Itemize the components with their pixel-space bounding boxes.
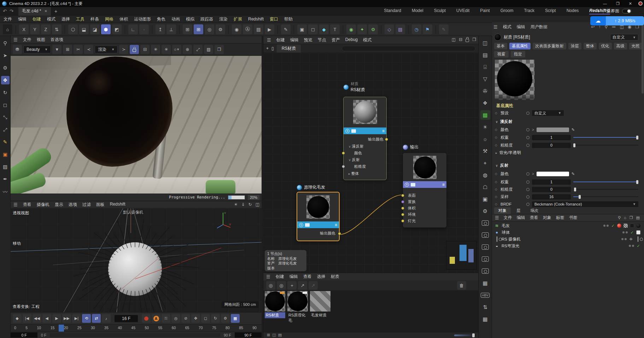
render-visibility-dot[interactable] — [607, 225, 609, 227]
ping-pong-icon[interactable]: ⇄ — [92, 314, 101, 323]
material-manager-menu-item[interactable]: 创建 — [276, 274, 284, 280]
tool-settings-icon[interactable]: ⚙ — [1, 64, 10, 72]
menu-icon[interactable]: ☰ — [267, 37, 271, 43]
ink-tool-icon[interactable]: ✒ — [1, 175, 10, 183]
rs-material-tag[interactable] — [636, 224, 640, 228]
flag-icon[interactable]: ⚑ — [423, 24, 432, 34]
film-icon[interactable]: ▦ — [480, 278, 490, 288]
node-editor-menu-item[interactable]: 预览 — [304, 37, 312, 43]
mograph-sphere-icon[interactable]: ◉ — [346, 24, 356, 34]
viewport-menu-item[interactable]: 过滤 — [82, 202, 91, 208]
rotate-tool-icon[interactable]: ↻ — [1, 88, 10, 97]
menu-item[interactable]: 渲染 — [219, 16, 228, 22]
axis-mode-icon[interactable]: ∟ — [128, 24, 138, 34]
next-frame-icon[interactable]: ▶▶ — [62, 314, 71, 323]
enabled-check-icon[interactable]: ✓ — [630, 230, 634, 235]
light-port[interactable] — [401, 219, 404, 223]
layout-tab[interactable]: Nodes — [567, 8, 579, 14]
object-manager-menu-item[interactable]: 对象 — [543, 215, 551, 221]
magnet-up-icon[interactable]: ↥ — [156, 24, 165, 34]
position-key-icon[interactable]: ✥ — [191, 314, 200, 323]
menu-item[interactable]: 模拟 — [186, 16, 194, 22]
go-start-icon[interactable]: |◀ — [23, 314, 31, 323]
samples-slider[interactable] — [573, 195, 638, 199]
menu-item[interactable]: 编辑 — [18, 16, 27, 22]
material-tag[interactable] — [617, 224, 621, 228]
maximize-button[interactable]: ❐ — [616, 1, 620, 6]
principled-hair-node[interactable]: S ≡ 输出颜色 — [297, 192, 340, 241]
axis-swap2-icon[interactable]: ⤢ — [1, 125, 10, 134]
popout-icon[interactable]: ❐ — [630, 215, 633, 220]
render-history-dropdown[interactable]: 渲染▼ — [95, 46, 118, 53]
output-node[interactable]: S ≡ 表面 置换 体积 环境 灯光 — [403, 153, 447, 228]
brdf-dropdown[interactable]: Beckmann (Cook-Torrance)▼ — [532, 201, 638, 207]
go-end-icon[interactable]: ▶| — [72, 314, 81, 323]
add-material-icon[interactable]: + — [287, 281, 297, 290]
pen-tool-icon[interactable]: ✎ — [1, 138, 10, 146]
split-horizontal-icon[interactable]: ◫ — [452, 37, 456, 42]
render-view-image[interactable] — [11, 56, 262, 194]
viewport-3d[interactable]: 透视视图 默认摄像机 移动 查看变换: 工程 网格间距 : 500 cm Y X — [11, 208, 262, 312]
range-end-field[interactable]: 90 F — [235, 332, 262, 338]
range-start-field[interactable]: 0 F — [11, 332, 37, 338]
diffuse-weight-slider[interactable] — [573, 135, 638, 140]
node-editor-menu-item[interactable]: 模式 — [363, 37, 371, 43]
light-icon[interactable]: ☀ — [234, 202, 238, 207]
autokey-icon[interactable]: A — [152, 314, 160, 323]
edit-pen-icon[interactable]: ✎ — [572, 172, 575, 176]
record-icon[interactable] — [142, 314, 151, 323]
viewport-menu-item[interactable]: 显示 — [55, 202, 63, 208]
snap-target-icon[interactable]: ◎ — [205, 24, 214, 34]
attribute-tab[interactable]: 基底属性 — [509, 43, 531, 49]
reflect-roughness-slider[interactable] — [573, 187, 638, 191]
layout-tab[interactable]: Script — [545, 8, 556, 14]
sort-arrows-icon[interactable]: ⇅ — [480, 302, 490, 312]
netdisk-speed-badge[interactable]: ☁ ↑ 2.9 MB/s — [590, 16, 644, 25]
object-manager-tab[interactable]: 场次 — [526, 207, 543, 214]
document-tab[interactable]: 毛发.c4d * ✕ — [18, 7, 51, 16]
object-manager-menu-item[interactable]: 标签 — [556, 215, 564, 221]
polygon-mode-icon[interactable]: ⬢ — [101, 24, 111, 34]
menu-item[interactable]: 选择 — [62, 16, 70, 22]
add-layout-button[interactable]: + — [597, 8, 600, 14]
prev-render-icon[interactable]: ≺ — [84, 45, 93, 54]
enabled-check-icon[interactable]: ✓ — [611, 224, 615, 228]
timeline-ruler[interactable]: 051015202530354045505560657075808590 — [11, 324, 262, 332]
shelf-icon[interactable]: ▤ — [480, 50, 490, 60]
diffuse-color-port[interactable] — [342, 152, 345, 155]
keyframe-icon[interactable]: ◆ — [13, 314, 22, 323]
object-row-camera[interactable]: RS 摄像机 ✛ — [494, 236, 640, 242]
viewport-menu-item[interactable]: 查看 — [23, 202, 31, 208]
attribute-tab[interactable]: 视窗 — [494, 51, 509, 58]
attribute-menu-item[interactable]: 模式 — [503, 24, 511, 30]
list-view-icon[interactable]: ◫ — [272, 333, 276, 337]
texture-mode-icon[interactable]: ▫ — [139, 24, 149, 34]
menu-item[interactable]: 帮助 — [284, 16, 293, 22]
node-menu-icon[interactable]: ≡ — [442, 182, 445, 187]
material-thumb-rs[interactable] — [265, 291, 285, 312]
scale-key-icon[interactable]: ◻ — [201, 314, 210, 323]
auto-hex-icon[interactable]: Ⓐ — [243, 24, 252, 34]
grid-icon[interactable]: ▤ — [636, 215, 640, 220]
close-button[interactable]: ✕ — [629, 1, 632, 6]
node-graph-tab[interactable]: RS材质 — [277, 45, 301, 53]
samples-field[interactable]: 16 — [532, 194, 571, 200]
anchor-icon[interactable]: ⊥ — [166, 24, 176, 34]
viewport-menu-item[interactable]: 面板 — [96, 202, 105, 208]
spline-pen-icon[interactable]: ✎ — [281, 24, 291, 34]
new-node-material-icon[interactable]: ◎ — [277, 281, 286, 290]
search-icon[interactable]: ⚲ — [618, 215, 621, 220]
camera-icon[interactable] — [480, 242, 490, 252]
camera-tag[interactable] — [635, 237, 640, 242]
object-manager-menu-item[interactable]: 查看 — [530, 215, 538, 221]
menu-item[interactable]: 窗口 — [270, 16, 278, 22]
attribute-tab[interactable]: 整体 — [584, 43, 597, 49]
minimize-button[interactable]: — — [603, 1, 607, 6]
next-render-icon[interactable]: ≻ — [119, 45, 128, 54]
grid-icon[interactable]: ⊞ — [183, 24, 192, 34]
preset-dropdown[interactable]: 自定义▼ — [532, 110, 564, 116]
menu-item[interactable]: 文件 — [4, 16, 12, 22]
text-tool-icon[interactable]: T — [330, 24, 340, 34]
material-thumb-hairmat[interactable] — [310, 291, 330, 312]
lock-render-icon[interactable] — [130, 45, 139, 54]
